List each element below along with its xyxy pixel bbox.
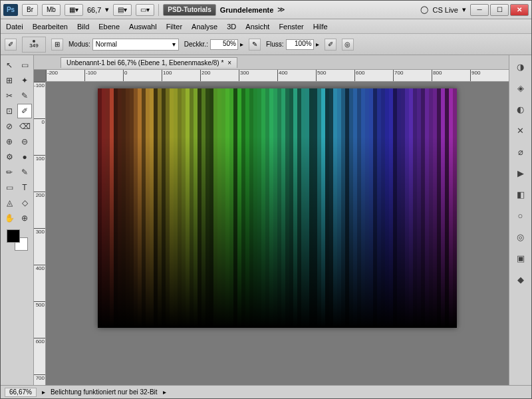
document-tab[interactable]: Unbenannt-1 bei 66,7% (Ebene 1, Ebenenma… [61,57,237,68]
panel-icon[interactable]: ⌀ [513,144,528,159]
title-bar: Ps Br Mb ▦▾ 66,7▾ ▤▾ ▭▾ PSD-Tutorials Gr… [1,1,531,19]
horizontal-ruler: -200-10001002003004005006007008009001000 [46,70,509,82]
close-tab-icon[interactable]: × [227,59,231,66]
opacity-pressure-icon[interactable]: ✎ [249,39,261,51]
status-message: Belichtung funktioniert nur bei 32-Bit [51,388,158,396]
screen-mode-button[interactable]: ▭▾ [136,4,154,16]
tool-button[interactable]: ⊞ [2,73,17,88]
menu-item[interactable]: Analyse [192,23,217,31]
panel-icon[interactable]: ◧ [513,187,528,201]
airbrush-icon[interactable]: ✐ [325,39,336,51]
zoom-level[interactable]: 66,7 [87,6,101,14]
menu-item[interactable]: Ebene [98,23,120,31]
menu-item[interactable]: 3D [227,23,236,31]
tool-button[interactable]: ↖ [2,58,17,72]
more-workspaces[interactable]: ≫ [277,5,285,14]
menu-item[interactable]: Bild [77,23,89,31]
flow-input[interactable]: 100% [286,39,314,50]
tool-button[interactable]: ✋ [2,211,17,225]
tool-button[interactable]: ⚙ [2,150,17,164]
document-tabs: Unbenannt-1 bei 66,7% (Ebene 1, Ebenenma… [34,55,509,70]
tool-button[interactable]: ⊡ [2,104,17,118]
brush-preset-picker[interactable]: 349 [22,37,46,53]
tool-button[interactable]: ✦ [17,73,32,88]
arrange-button[interactable]: ▤▾ [113,4,132,16]
minibridge-button[interactable]: Mb [42,4,61,16]
tablet-pressure-icon[interactable]: ◎ [342,39,354,51]
canvas[interactable] [98,88,457,328]
menu-item[interactable]: Ansicht [245,23,269,31]
menu-item[interactable]: Bearbeiten [33,23,68,31]
tool-button[interactable]: T [17,180,32,195]
brush-tool-icon[interactable]: ✐ [5,39,17,51]
tool-button[interactable]: ⊕ [17,211,32,225]
workspace-active[interactable]: PSD-Tutorials [163,4,215,16]
tool-button[interactable]: ◬ [2,196,17,210]
brush-panel-icon[interactable]: ⊞ [51,39,63,51]
maximize-button[interactable]: ☐ [490,4,509,16]
tool-button[interactable]: ✏ [2,165,17,180]
menu-bar: Datei Bearbeiten Bild Ebene Auswahl Filt… [1,19,531,34]
mode-label: Modus: [68,41,90,48]
panel-icon[interactable]: ◆ [513,272,528,287]
canvas-viewport[interactable] [46,82,509,385]
bridge-button[interactable]: Br [22,4,38,16]
panel-icon[interactable]: ✕ [513,123,528,138]
tool-button[interactable]: ⌫ [17,119,32,134]
cslive-icon[interactable]: ◯ [420,5,428,14]
minimize-button[interactable]: ─ [470,4,489,16]
toolbox: ↖▭⊞✦✂✎⊡✐⊘⌫⊕⊖⚙●✏✎▭T◬◇✋⊕ [1,55,34,385]
panel-icon[interactable]: ◈ [513,80,528,95]
layout-button[interactable]: ▦▾ [65,4,83,16]
tool-button[interactable]: ✐ [17,104,32,118]
tool-button[interactable]: ✂ [2,88,17,103]
tool-button[interactable]: ● [17,150,32,164]
foreground-swatch[interactable] [7,229,20,243]
blend-mode-select[interactable]: Normal▾ [92,39,179,51]
panel-icon[interactable]: ◑ [513,59,528,74]
tool-button[interactable]: ⊕ [2,134,17,149]
tool-button[interactable]: ◇ [17,196,32,210]
menu-item[interactable]: Datei [6,23,23,31]
status-bar: 66,67% ▸ Belichtung funktioniert nur bei… [1,385,531,398]
tool-button[interactable]: ▭ [17,58,32,72]
tool-button[interactable]: ✎ [17,88,32,103]
status-zoom[interactable]: 66,67% [5,388,37,397]
panel-icon[interactable]: ◐ [513,102,528,116]
tool-button[interactable]: ⊘ [2,119,17,134]
menu-item[interactable]: Filter [166,23,182,31]
panel-icon[interactable]: ▶ [513,166,528,180]
tool-button[interactable]: ✎ [17,165,32,180]
panel-icon[interactable]: ◎ [513,229,528,244]
app-logo: Ps [3,4,18,16]
menu-item[interactable]: Fenster [279,23,303,31]
opacity-input[interactable]: 50% [210,39,238,50]
panel-icon[interactable]: ○ [513,208,528,223]
options-bar: ✐ 349 ⊞ Modus: Normal▾ Deckkr.: 50% ▸ ✎ … [1,34,531,55]
opacity-label: Deckkr.: [184,41,208,48]
workspace-secondary[interactable]: Grundelemente [220,6,274,14]
cslive-label[interactable]: CS Live [432,6,458,14]
tool-button[interactable]: ▭ [2,180,17,195]
collapsed-panels: ◑◈◐✕⌀▶◧○◎▣◆ [509,55,531,385]
flow-label: Fluss: [266,41,284,48]
color-swatches[interactable] [7,229,28,251]
panel-icon[interactable]: ▣ [513,251,528,265]
menu-item[interactable]: Auswahl [129,23,157,31]
vertical-ruler: -1000100200300400500600700 [34,82,46,385]
menu-item[interactable]: Hilfe [313,23,328,31]
tool-button[interactable]: ⊖ [17,134,32,149]
close-button[interactable]: ✕ [510,4,529,16]
